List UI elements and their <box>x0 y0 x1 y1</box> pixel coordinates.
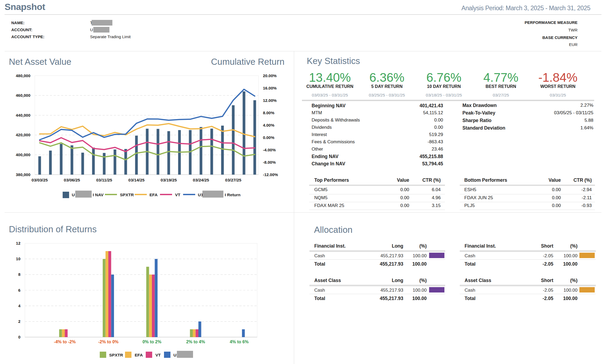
svg-text:-12.00%: -12.00% <box>263 172 278 177</box>
svg-text:-8.00%: -8.00% <box>263 160 276 165</box>
svg-text:2% to 4%: 2% to 4% <box>186 340 205 344</box>
svg-text:4% to 6%: 4% to 6% <box>230 340 248 344</box>
svg-text:8.00%: 8.00% <box>263 110 275 115</box>
svg-text:16.00%: 16.00% <box>263 86 277 90</box>
svg-text:Cumulative Return: Cumulative Return <box>211 57 284 67</box>
svg-text:03/24/25: 03/24/25 <box>193 178 209 182</box>
svg-text:400,000: 400,000 <box>16 152 30 157</box>
svg-text:Distribution of Returns: Distribution of Returns <box>9 224 97 234</box>
svg-text:440,000: 440,000 <box>16 113 30 117</box>
svg-text:Net Asset Value: Net Asset Value <box>9 57 71 67</box>
svg-text:460,000: 460,000 <box>16 93 30 98</box>
svg-text:03/14/25: 03/14/25 <box>128 178 145 182</box>
svg-text:2: 2 <box>18 319 20 324</box>
svg-text:480,000: 480,000 <box>16 73 30 78</box>
svg-text:-2% to 0%: -2% to 0% <box>98 340 119 344</box>
svg-text:0% to 2%: 0% to 2% <box>142 340 161 344</box>
svg-text:10: 10 <box>16 256 20 261</box>
svg-text:20.00%: 20.00% <box>263 73 277 78</box>
svg-text:6: 6 <box>18 288 20 292</box>
svg-text:12: 12 <box>16 241 20 245</box>
svg-text:0: 0 <box>18 335 20 339</box>
svg-text:0.00%: 0.00% <box>263 135 275 140</box>
svg-text:-4.00%: -4.00% <box>263 148 276 152</box>
svg-text:03/03/25: 03/03/25 <box>31 178 48 182</box>
svg-text:380,000: 380,000 <box>16 172 30 177</box>
svg-text:03/06/25: 03/06/25 <box>64 178 80 182</box>
svg-text:4.00%: 4.00% <box>263 123 275 127</box>
svg-text:420,000: 420,000 <box>16 133 30 137</box>
svg-text:-4% to -2%: -4% to -2% <box>54 340 76 344</box>
svg-text:8: 8 <box>18 272 20 277</box>
svg-text:03/19/25: 03/19/25 <box>161 178 177 182</box>
svg-text:12.00%: 12.00% <box>263 98 277 103</box>
svg-text:4: 4 <box>18 304 21 308</box>
svg-text:03/11/25: 03/11/25 <box>96 178 112 182</box>
svg-text:03/27/25: 03/27/25 <box>225 178 241 182</box>
